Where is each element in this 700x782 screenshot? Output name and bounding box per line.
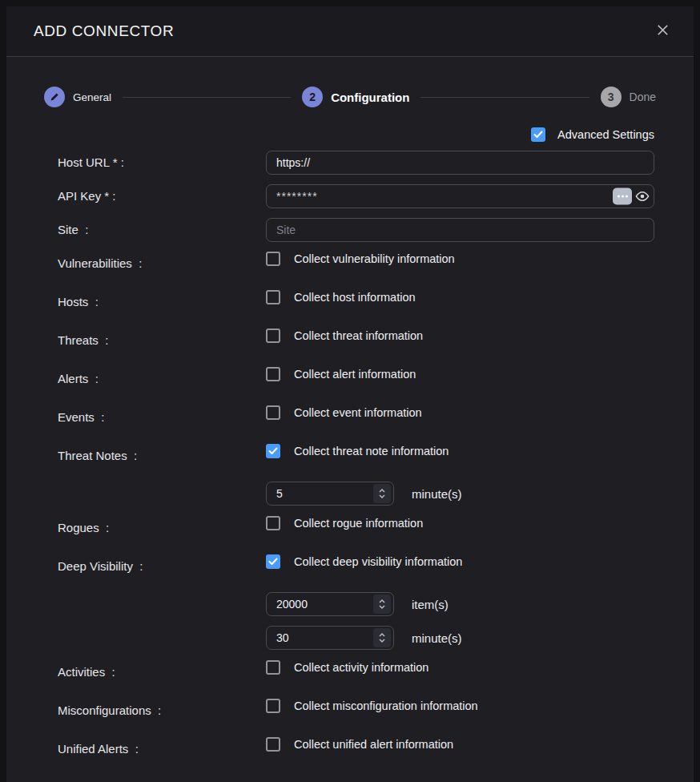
field-row-events: Events : Collect event information xyxy=(58,405,654,425)
events-label: Events : xyxy=(58,405,266,425)
step-general-label: General xyxy=(73,91,111,103)
field-row-threats: Threats : Collect threat information xyxy=(58,329,654,348)
close-icon xyxy=(655,22,670,40)
stepper-icon[interactable] xyxy=(373,484,391,503)
step-configuration[interactable]: 2 Configuration xyxy=(302,87,409,107)
step-done: 3 Done xyxy=(601,87,656,107)
advanced-settings-row: Advanced Settings xyxy=(58,127,654,142)
field-row-site: Site : xyxy=(58,218,654,242)
field-row-hosts: Hosts : Collect host information xyxy=(58,290,654,309)
threat-notes-label: Threat Notes : xyxy=(58,444,266,463)
add-connector-modal: ADD CONNECTOR General 2 Configuration 3 … xyxy=(6,6,694,782)
api-key-input[interactable] xyxy=(266,184,654,208)
stepper-icon[interactable] xyxy=(373,628,391,647)
wizard-steps: General 2 Configuration 3 Done xyxy=(44,87,656,107)
vulnerabilities-checkbox[interactable] xyxy=(266,252,280,266)
field-row-rogues: Rogues : Collect rogue information xyxy=(58,516,654,535)
advanced-settings-label: Advanced Settings xyxy=(557,128,654,141)
field-row-unified-alerts: Unified Alerts : Collect unified alert i… xyxy=(58,737,654,756)
alerts-label: Alerts : xyxy=(58,367,266,386)
rogues-label: Rogues : xyxy=(58,516,266,535)
field-row-alerts: Alerts : Collect alert information xyxy=(58,367,654,386)
rogues-checkbox[interactable] xyxy=(266,516,280,530)
activities-label: Activities : xyxy=(58,660,266,679)
field-row-deep-visibility-items: item(s) xyxy=(58,592,654,616)
step-connector xyxy=(123,97,291,98)
activities-checkbox[interactable] xyxy=(266,660,280,675)
step-2-badge: 2 xyxy=(302,87,323,107)
field-row-api-key: API Key * : xyxy=(58,184,654,208)
alerts-checkbox[interactable] xyxy=(266,367,280,381)
misconfigurations-label: Misconfigurations : xyxy=(58,699,266,718)
step-done-label: Done xyxy=(630,91,656,103)
connector-form: Advanced Settings Host URL * : API Key *… xyxy=(58,127,654,776)
hosts-label: Hosts : xyxy=(58,290,266,309)
step-3-badge: 3 xyxy=(601,87,622,107)
vulnerabilities-checkbox-label: Collect vulnerability information xyxy=(294,252,455,265)
threats-checkbox-label: Collect threat information xyxy=(294,329,423,342)
field-row-threat-notes: Threat Notes : Collect threat note infor… xyxy=(58,444,654,463)
deep-visibility-items-unit: item(s) xyxy=(412,598,449,611)
events-checkbox-label: Collect event information xyxy=(294,406,422,419)
threat-notes-interval-unit: minute(s) xyxy=(412,487,462,501)
stepper-icon[interactable] xyxy=(373,595,391,614)
threat-notes-checkbox-label: Collect threat note information xyxy=(294,445,449,458)
activities-checkbox-label: Collect activity information xyxy=(294,661,428,674)
vulnerabilities-label: Vulnerabilities : xyxy=(58,252,266,271)
advanced-settings-checkbox[interactable] xyxy=(531,127,545,142)
field-row-activities: Activities : Collect activity informatio… xyxy=(58,660,654,679)
api-key-label: API Key * : xyxy=(58,184,266,208)
field-row-threat-notes-interval: minute(s) xyxy=(58,482,654,506)
misconfigurations-checkbox[interactable] xyxy=(266,699,280,713)
site-label: Site : xyxy=(58,218,266,242)
deep-visibility-checkbox[interactable] xyxy=(266,554,280,569)
field-row-deep-visibility-interval: minute(s) xyxy=(58,626,654,650)
unified-alerts-checkbox[interactable] xyxy=(266,737,280,752)
step-configuration-label: Configuration xyxy=(331,91,409,104)
threats-label: Threats : xyxy=(58,329,266,348)
ellipsis-icon[interactable] xyxy=(613,188,632,205)
field-row-misconfigurations: Misconfigurations : Collect misconfigura… xyxy=(58,699,654,718)
field-row-deep-visibility: Deep Visibility : Collect deep visibilit… xyxy=(58,554,654,574)
field-row-vulnerabilities: Vulnerabilities : Collect vulnerability … xyxy=(58,252,654,271)
step-connector xyxy=(420,97,589,98)
events-checkbox[interactable] xyxy=(266,405,280,420)
pencil-icon xyxy=(44,87,65,107)
host-url-input[interactable] xyxy=(266,151,654,175)
hosts-checkbox[interactable] xyxy=(266,290,280,304)
misconfigurations-checkbox-label: Collect misconfiguration information xyxy=(294,699,478,712)
deep-visibility-checkbox-label: Collect deep visibility information xyxy=(294,555,462,568)
host-url-label: Host URL * : xyxy=(58,151,266,175)
field-row-host-url: Host URL * : xyxy=(58,151,654,175)
threat-notes-checkbox[interactable] xyxy=(266,444,280,458)
api-key-tools xyxy=(613,188,650,205)
unified-alerts-checkbox-label: Collect unified alert information xyxy=(294,738,453,751)
close-button[interactable] xyxy=(652,21,673,42)
alerts-checkbox-label: Collect alert information xyxy=(294,368,416,381)
step-general[interactable]: General xyxy=(44,87,111,107)
site-input[interactable] xyxy=(266,218,654,242)
modal-title: ADD CONNECTOR xyxy=(34,22,174,40)
eye-icon[interactable] xyxy=(634,191,650,202)
unified-alerts-label: Unified Alerts : xyxy=(58,737,266,756)
threats-checkbox[interactable] xyxy=(266,329,280,343)
rogues-checkbox-label: Collect rogue information xyxy=(294,517,423,530)
deep-visibility-interval-unit: minute(s) xyxy=(412,631,462,645)
deep-visibility-label: Deep Visibility : xyxy=(58,554,266,574)
hosts-checkbox-label: Collect host information xyxy=(294,291,416,304)
modal-header: ADD CONNECTOR xyxy=(6,6,694,57)
